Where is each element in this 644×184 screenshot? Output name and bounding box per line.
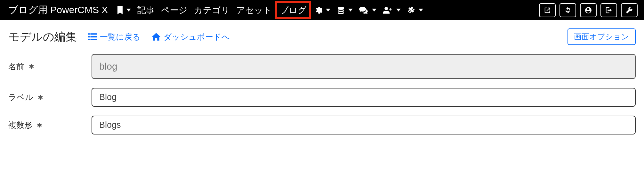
external-link-button[interactable] xyxy=(539,3,556,17)
users-menu[interactable] xyxy=(380,4,404,16)
content-area: モデルの編集 一覧に戻る ダッシュボードへ 画面オプション 名前 ✱ ラベル ✱ xyxy=(0,20,644,152)
comments-icon xyxy=(359,6,369,14)
nav-label: 記事 xyxy=(137,4,155,16)
back-to-list-link[interactable]: 一覧に戻る xyxy=(88,32,141,42)
form-row-label: ラベル ✱ xyxy=(8,88,636,107)
top-navigation: ブログ用 PowerCMS X 記事 ページ カテゴリ アセット ブログ xyxy=(0,0,644,20)
database-menu[interactable] xyxy=(334,4,356,16)
gear-icon xyxy=(314,6,323,14)
wrench-icon xyxy=(626,7,633,14)
label-text: 複数形 xyxy=(8,120,32,130)
refresh-button[interactable] xyxy=(559,3,576,17)
user-plus-icon xyxy=(383,6,393,14)
nav-label: ページ xyxy=(161,4,188,16)
list-icon xyxy=(88,33,97,40)
database-icon xyxy=(337,6,345,14)
caret-down-icon xyxy=(419,9,423,12)
caret-down-icon xyxy=(326,9,330,12)
nav-label: カテゴリ xyxy=(194,4,230,16)
input-name[interactable] xyxy=(92,54,636,79)
required-mark: ✱ xyxy=(38,94,43,101)
label-plural: 複数形 ✱ xyxy=(8,120,92,130)
screen-options-button[interactable]: 画面オプション xyxy=(568,28,636,45)
nav-item-article[interactable]: 記事 xyxy=(134,3,158,18)
label-text: 名前 xyxy=(8,61,24,72)
input-plural[interactable] xyxy=(92,116,636,134)
nav-label: ブログ xyxy=(280,4,307,16)
form-row-plural: 複数形 ✱ xyxy=(8,116,636,134)
tools-button[interactable] xyxy=(621,3,638,17)
user-circle-icon xyxy=(584,6,592,14)
dashboard-link[interactable]: ダッシュボードへ xyxy=(152,32,230,42)
link-label: 一覧に戻る xyxy=(100,32,141,42)
required-mark: ✱ xyxy=(29,63,34,70)
bookmark-menu[interactable] xyxy=(114,4,134,16)
caret-down-icon xyxy=(348,9,353,12)
nav-label: アセット xyxy=(236,4,272,16)
plugins-menu[interactable] xyxy=(404,4,426,16)
right-toolbar xyxy=(539,3,638,17)
nav-item-asset[interactable]: アセット xyxy=(233,3,275,18)
caret-down-icon xyxy=(372,9,376,12)
refresh-icon xyxy=(564,7,572,14)
caret-down-icon xyxy=(396,9,401,12)
label-text: ラベル xyxy=(8,92,33,103)
brand-title: ブログ用 PowerCMS X xyxy=(8,4,108,17)
comments-menu[interactable] xyxy=(356,4,380,16)
label-name: 名前 ✱ xyxy=(8,61,92,72)
home-icon xyxy=(152,33,160,41)
nav-item-blog[interactable]: ブログ xyxy=(275,1,311,19)
nav-item-page[interactable]: ページ xyxy=(158,3,191,18)
user-button[interactable] xyxy=(580,3,597,17)
bookmark-icon xyxy=(117,6,123,14)
page-header: モデルの編集 一覧に戻る ダッシュボードへ 画面オプション xyxy=(8,28,636,45)
settings-menu[interactable] xyxy=(311,4,334,16)
label-label: ラベル ✱ xyxy=(8,92,92,103)
logout-button[interactable] xyxy=(600,3,617,17)
form-row-name: 名前 ✱ xyxy=(8,54,636,79)
sign-out-icon xyxy=(605,7,613,14)
nav-items: 記事 ページ カテゴリ アセット ブログ xyxy=(114,1,426,19)
caret-down-icon xyxy=(126,9,131,12)
input-label[interactable] xyxy=(92,88,636,107)
external-link-icon xyxy=(544,7,551,14)
nav-item-category[interactable]: カテゴリ xyxy=(191,3,233,18)
page-title: モデルの編集 xyxy=(8,29,77,44)
required-mark: ✱ xyxy=(37,121,42,129)
link-label: ダッシュボードへ xyxy=(164,32,230,42)
plug-icon xyxy=(407,6,415,14)
